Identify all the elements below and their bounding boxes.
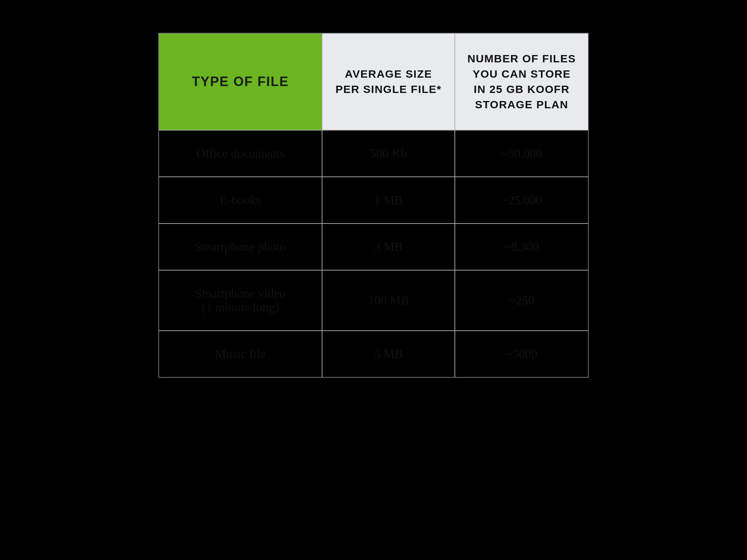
file-type-cell: Smartphone video(1 minute long) [159, 270, 322, 331]
col3-label: NUMBER OF FILES YOU CAN STORE IN 25 GB K… [467, 52, 576, 110]
avg-size-cell: 500 Kb [322, 130, 455, 177]
table-row: Smartphone photo3 MB~8.300 [159, 223, 588, 270]
num-files-cell: ~8.300 [455, 223, 588, 270]
num-files-cell: ~5000 [455, 331, 588, 377]
col2-label: AVERAGE SIZE PER SINGLE FILE* [336, 68, 442, 95]
num-files-cell: ~250 [455, 270, 588, 331]
file-type-cell: Music file [159, 331, 322, 377]
table-row: Music file5 MB~5000 [159, 331, 588, 377]
col1-label: TYPE OF FILE [192, 74, 289, 89]
avg-size-cell: 100 MB [322, 270, 455, 331]
file-type-cell: E-books [159, 177, 322, 223]
table-row: E-books1 MB~25.000 [159, 177, 588, 223]
col-header-avg-size: AVERAGE SIZE PER SINGLE FILE* [322, 34, 455, 130]
avg-size-cell: 3 MB [322, 223, 455, 270]
table-row: Office documents500 Kb~50.000 [159, 130, 588, 177]
avg-size-cell: 1 MB [322, 177, 455, 223]
avg-size-cell: 5 MB [322, 331, 455, 377]
file-type-cell: Smartphone photo [159, 223, 322, 270]
col-header-type: TYPE OF FILE [159, 34, 322, 130]
storage-comparison-table: TYPE OF FILE AVERAGE SIZE PER SINGLE FIL… [158, 33, 589, 378]
num-files-cell: ~25.000 [455, 177, 588, 223]
col-header-num-files: NUMBER OF FILES YOU CAN STORE IN 25 GB K… [455, 34, 588, 130]
file-type-cell: Office documents [159, 130, 322, 177]
table-row: Smartphone video(1 minute long)100 MB~25… [159, 270, 588, 331]
num-files-cell: ~50.000 [455, 130, 588, 177]
